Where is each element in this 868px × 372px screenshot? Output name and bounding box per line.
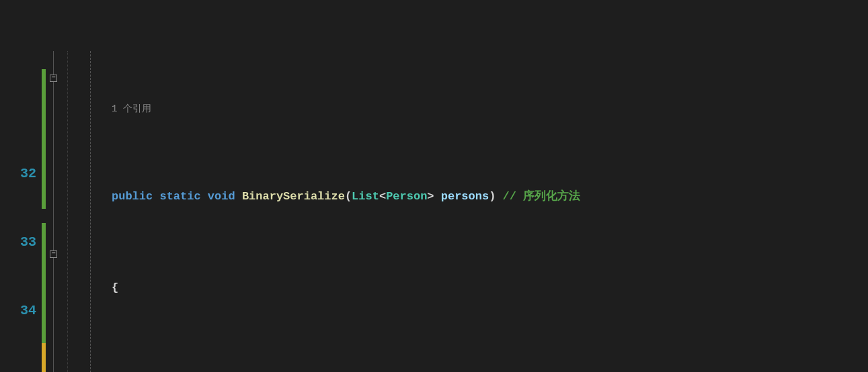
code-editor: 32 33 34 35 36 37 38 39 40 41 42 43 44 4… bbox=[0, 51, 868, 372]
fold-toggle[interactable]: − bbox=[50, 250, 57, 258]
codelens-references[interactable]: 1 个引用 bbox=[112, 101, 868, 117]
code-line: { bbox=[112, 277, 868, 299]
line-number[interactable]: 35 bbox=[4, 368, 36, 372]
fold-gutter: − − bbox=[46, 51, 65, 372]
fold-toggle[interactable]: − bbox=[50, 75, 57, 82]
line-number-gutter: 32 33 34 35 36 37 38 39 40 41 42 43 44 4… bbox=[0, 51, 42, 372]
code-content[interactable]: 1 个引用 public static void BinarySerialize… bbox=[112, 51, 868, 372]
indent-guides bbox=[65, 51, 112, 372]
line-number[interactable]: 34 bbox=[4, 299, 36, 322]
line-number[interactable]: 33 bbox=[4, 231, 36, 254]
code-line: FileStream fs = new("Person.bin", FileMo… bbox=[112, 368, 868, 372]
line-number[interactable]: 32 bbox=[4, 162, 36, 185]
code-line: public static void BinarySerialize(List<… bbox=[112, 185, 868, 208]
